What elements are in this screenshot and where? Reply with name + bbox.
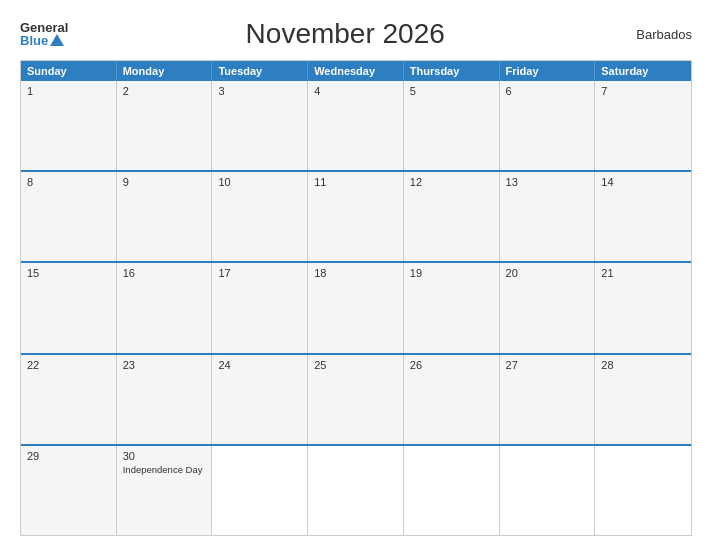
- day-cell: 28: [595, 355, 691, 444]
- logo: General Blue: [20, 21, 68, 47]
- week-row-1: 1234567: [21, 81, 691, 170]
- day-cell: [212, 446, 308, 535]
- day-number: 11: [314, 176, 397, 188]
- day-number: 20: [506, 267, 589, 279]
- day-number: 17: [218, 267, 301, 279]
- day-cell: 15: [21, 263, 117, 352]
- day-cell: 4: [308, 81, 404, 170]
- day-number: 22: [27, 359, 110, 371]
- day-number: 18: [314, 267, 397, 279]
- day-header-wednesday: Wednesday: [308, 61, 404, 81]
- day-number: 21: [601, 267, 685, 279]
- day-number: 6: [506, 85, 589, 97]
- day-number: 27: [506, 359, 589, 371]
- country-label: Barbados: [622, 27, 692, 42]
- day-header-friday: Friday: [500, 61, 596, 81]
- day-cell: 24: [212, 355, 308, 444]
- calendar-grid: SundayMondayTuesdayWednesdayThursdayFrid…: [20, 60, 692, 536]
- day-cell: 29: [21, 446, 117, 535]
- day-cell: 14: [595, 172, 691, 261]
- day-cell: [308, 446, 404, 535]
- day-number: 14: [601, 176, 685, 188]
- day-number: 8: [27, 176, 110, 188]
- day-number: 5: [410, 85, 493, 97]
- day-header-thursday: Thursday: [404, 61, 500, 81]
- day-cell: 27: [500, 355, 596, 444]
- day-cell: 30Independence Day: [117, 446, 213, 535]
- day-number: 15: [27, 267, 110, 279]
- day-number: 25: [314, 359, 397, 371]
- day-cell: 20: [500, 263, 596, 352]
- day-cell: 8: [21, 172, 117, 261]
- week-row-3: 15161718192021: [21, 261, 691, 352]
- day-cell: 12: [404, 172, 500, 261]
- day-cell: 13: [500, 172, 596, 261]
- day-cell: 9: [117, 172, 213, 261]
- day-number: 24: [218, 359, 301, 371]
- day-number: 12: [410, 176, 493, 188]
- week-row-4: 22232425262728: [21, 353, 691, 444]
- day-number: 23: [123, 359, 206, 371]
- logo-triangle-icon: [50, 34, 64, 46]
- day-cell: 23: [117, 355, 213, 444]
- calendar-page: General Blue November 2026 Barbados Sund…: [0, 0, 712, 550]
- day-headers-row: SundayMondayTuesdayWednesdayThursdayFrid…: [21, 61, 691, 81]
- day-number: 10: [218, 176, 301, 188]
- day-number: 7: [601, 85, 685, 97]
- day-cell: 19: [404, 263, 500, 352]
- day-cell: 3: [212, 81, 308, 170]
- day-cell: 6: [500, 81, 596, 170]
- logo-blue-text: Blue: [20, 34, 68, 47]
- day-number: 29: [27, 450, 110, 462]
- day-number: 16: [123, 267, 206, 279]
- day-cell: 10: [212, 172, 308, 261]
- day-number: 9: [123, 176, 206, 188]
- day-cell: 21: [595, 263, 691, 352]
- day-number: 28: [601, 359, 685, 371]
- calendar-title: November 2026: [68, 18, 622, 50]
- day-cell: [404, 446, 500, 535]
- week-row-2: 891011121314: [21, 170, 691, 261]
- day-number: 13: [506, 176, 589, 188]
- day-cell: 18: [308, 263, 404, 352]
- day-number: 4: [314, 85, 397, 97]
- day-header-monday: Monday: [117, 61, 213, 81]
- day-cell: 16: [117, 263, 213, 352]
- week-row-5: 2930Independence Day: [21, 444, 691, 535]
- weeks-container: 1234567891011121314151617181920212223242…: [21, 81, 691, 535]
- day-cell: 25: [308, 355, 404, 444]
- day-number: 1: [27, 85, 110, 97]
- day-number: 19: [410, 267, 493, 279]
- header: General Blue November 2026 Barbados: [20, 18, 692, 50]
- day-number: 2: [123, 85, 206, 97]
- day-header-tuesday: Tuesday: [212, 61, 308, 81]
- day-cell: [595, 446, 691, 535]
- day-number: 30: [123, 450, 206, 462]
- day-header-saturday: Saturday: [595, 61, 691, 81]
- day-cell: 2: [117, 81, 213, 170]
- day-cell: [500, 446, 596, 535]
- day-header-sunday: Sunday: [21, 61, 117, 81]
- day-number: 3: [218, 85, 301, 97]
- day-cell: 5: [404, 81, 500, 170]
- day-cell: 1: [21, 81, 117, 170]
- day-number: 26: [410, 359, 493, 371]
- day-cell: 11: [308, 172, 404, 261]
- day-cell: 26: [404, 355, 500, 444]
- day-cell: 17: [212, 263, 308, 352]
- day-cell: 7: [595, 81, 691, 170]
- day-cell: 22: [21, 355, 117, 444]
- day-event: Independence Day: [123, 464, 206, 475]
